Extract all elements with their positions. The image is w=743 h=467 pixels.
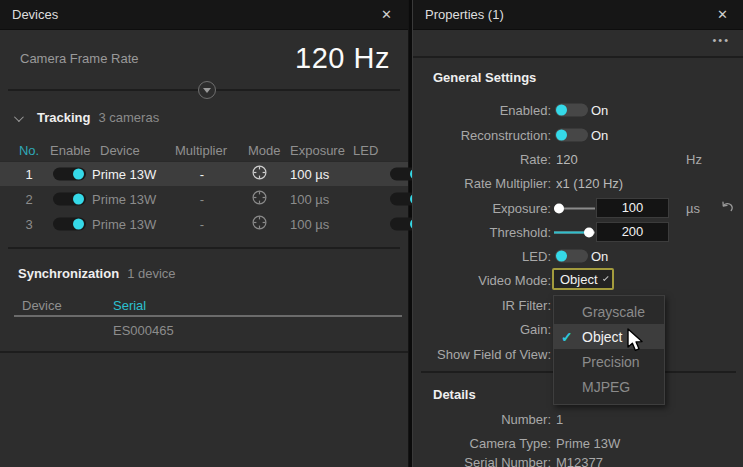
tracking-camera-count: 3 cameras [98, 110, 159, 125]
camera-type-label: Camera Type: [413, 436, 551, 451]
column-header-serial[interactable]: Serial [113, 298, 146, 313]
sync-device-row[interactable]: ES000465 [0, 317, 408, 342]
camera-type-value: Prime 13W [556, 436, 620, 451]
close-icon[interactable]: ✕ [377, 6, 396, 23]
app-window: Devices ✕ Camera Frame Rate 120 Hz Track… [0, 0, 743, 467]
enabled-state: On [591, 103, 608, 118]
camera-row-2[interactable]: 2 Prime 13W - 100 µs [0, 186, 408, 211]
chevron-down-icon [203, 88, 211, 93]
serial-number-label: Serial Number: [413, 455, 551, 467]
rate-multiplier-label: Rate Multiplier: [413, 176, 551, 191]
chevron-down-icon [603, 275, 609, 281]
property-row-reconstruction: Reconstruction: On [413, 123, 743, 147]
reconstruction-toggle[interactable] [555, 129, 588, 142]
check-icon: ✓ [561, 329, 573, 345]
camera-number: 1 [18, 167, 40, 182]
camera-number: 3 [18, 216, 40, 231]
properties-titlebar: Properties (1) ✕ [413, 0, 743, 30]
column-header-led[interactable]: LED [353, 143, 378, 158]
exposure-input[interactable]: 100 [596, 198, 669, 218]
column-header-device[interactable]: Device [100, 143, 140, 158]
column-header-exposure[interactable]: Exposure [290, 143, 345, 158]
enabled-toggle[interactable] [555, 104, 588, 117]
camera-frame-rate-label: Camera Frame Rate [20, 51, 138, 66]
menu-item-mjpeg[interactable]: MJPEG [554, 374, 664, 399]
property-row-threshold: Threshold: 200 [413, 220, 743, 244]
ir-filter-label: IR Filter: [413, 298, 551, 313]
camera-row-1[interactable]: 1 Prime 13W - 100 µs [0, 161, 408, 186]
led-label: LED: [413, 249, 551, 264]
enable-toggle[interactable] [53, 217, 86, 230]
divider [413, 56, 743, 58]
toggle-knob [556, 105, 567, 116]
threshold-slider[interactable] [554, 227, 595, 238]
rate-multiplier-value: x1 (120 Hz) [556, 176, 623, 191]
properties-panel-title: Properties (1) [425, 7, 713, 22]
divider [0, 351, 408, 353]
tracking-section-header[interactable]: Tracking 3 cameras [14, 110, 159, 125]
property-row-exposure: Exposure: 100 µs [413, 196, 743, 220]
toggle-knob [556, 130, 567, 141]
reconstruction-label: Reconstruction: [413, 128, 551, 143]
devices-panel: Devices ✕ Camera Frame Rate 120 Hz Track… [0, 0, 409, 467]
video-mode-dropdown[interactable]: Object [552, 268, 614, 290]
rate-value: 120 [556, 152, 578, 167]
overflow-menu-icon[interactable]: ••• [712, 34, 730, 46]
general-settings-title: General Settings [433, 70, 536, 85]
details-title: Details [433, 387, 476, 402]
property-row-led: LED: On [413, 244, 743, 268]
toggle-knob [556, 251, 567, 262]
enable-toggle[interactable] [53, 192, 86, 205]
camera-row-3[interactable]: 3 Prime 13W - 100 µs [0, 211, 408, 236]
close-icon[interactable]: ✕ [713, 6, 732, 23]
tracking-table-header: No. Enable Device Multiplier Mode Exposu… [0, 140, 408, 160]
revert-icon[interactable] [721, 199, 734, 217]
menu-item-grayscale[interactable]: Grayscale [554, 299, 664, 324]
slider-knob[interactable] [554, 204, 564, 214]
column-header-device[interactable]: Device [22, 298, 62, 313]
devices-panel-title: Devices [12, 7, 377, 22]
column-header-no[interactable]: No. [18, 143, 40, 158]
object-mode-icon[interactable] [252, 215, 267, 233]
reconstruction-state: On [591, 128, 608, 143]
gain-label: Gain: [413, 322, 551, 337]
column-header-multiplier[interactable]: Multiplier [175, 143, 227, 158]
threshold-input[interactable]: 200 [596, 222, 669, 242]
show-fov-label: Show Field of View: [413, 347, 551, 362]
video-mode-value: Object [560, 272, 598, 287]
exposure-value: 100 µs [290, 191, 329, 206]
multiplier-value: - [175, 216, 229, 231]
enabled-label: Enabled: [413, 103, 551, 118]
collapse-frame-rate-button[interactable] [198, 81, 216, 99]
object-mode-icon[interactable] [252, 190, 267, 208]
divider [8, 247, 400, 249]
video-mode-menu: Grayscale ✓ Object Precision MJPEG [553, 295, 665, 405]
column-header-mode[interactable]: Mode [248, 143, 281, 158]
exposure-slider[interactable] [554, 203, 595, 214]
object-mode-icon[interactable] [252, 165, 267, 183]
properties-panel: Properties (1) ✕ ••• General Settings En… [412, 0, 743, 467]
number-label: Number: [413, 412, 551, 427]
exposure-value: 100 µs [290, 167, 329, 182]
synchronization-section-header[interactable]: Synchronization 1 device [18, 266, 176, 281]
tracking-title: Tracking [37, 110, 90, 125]
toggle-knob [73, 193, 84, 204]
led-toggle[interactable] [555, 250, 588, 263]
slider-knob[interactable] [584, 228, 594, 238]
column-header-enable[interactable]: Enable [50, 143, 90, 158]
menu-item-label: Object [582, 329, 622, 345]
property-row-video-mode: Video Mode: Object [413, 268, 743, 292]
sync-table-header: Device Serial [0, 295, 408, 315]
devices-titlebar: Devices ✕ [0, 0, 408, 30]
menu-item-label: Grayscale [582, 304, 645, 320]
detail-row-serial-number: Serial Number: M12377 [413, 450, 743, 467]
enable-toggle[interactable] [53, 168, 86, 181]
menu-item-label: Precision [582, 354, 640, 370]
menu-item-label: MJPEG [582, 379, 630, 395]
mouse-cursor [626, 328, 648, 354]
exposure-unit: µs [686, 201, 700, 216]
slider-fill [554, 231, 588, 233]
property-row-rate: Rate: 120 Hz [413, 147, 743, 171]
sync-serial-value: ES000465 [113, 322, 174, 337]
camera-frame-rate-value: 120 Hz [295, 42, 390, 75]
